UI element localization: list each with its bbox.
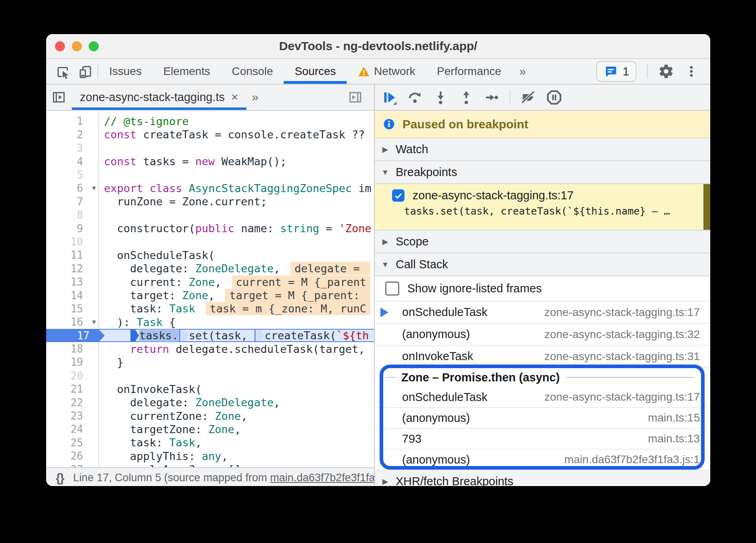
code-line-8[interactable] <box>99 208 374 221</box>
section-xhr-fetch-breakpoints[interactable]: ▶XHR/fetch Breakpoints <box>375 470 710 486</box>
collapse-triangle-icon[interactable]: ▼ <box>375 168 396 177</box>
frame-location[interactable]: zone-async-stack-tagging.ts:17 <box>544 391 710 403</box>
close-window-button[interactable] <box>55 41 65 51</box>
step-into-button-icon[interactable] <box>433 89 449 105</box>
minimize-window-button[interactable] <box>72 41 82 51</box>
gutter-line-8[interactable]: 8 <box>46 208 98 221</box>
code-line-14[interactable]: target: Zone,target = M {_parent: <box>99 289 374 302</box>
frame-location[interactable]: main.ts:15 <box>648 411 710 424</box>
code-line-7[interactable]: runZone = Zone.current; <box>99 195 374 208</box>
code-line-27[interactable]: applyArgs?: any[], <box>99 463 374 467</box>
fold-arrow-icon[interactable]: ▾ <box>92 317 96 326</box>
panel-tab-console[interactable]: Console <box>221 59 284 84</box>
gutter-line-4[interactable]: 4 <box>46 155 98 168</box>
section-breakpoints[interactable]: ▼Breakpoints <box>375 161 710 184</box>
code-line-26[interactable]: applyThis: any, <box>99 450 374 463</box>
frame-location[interactable]: zone-async-stack-tagging.ts:17 <box>544 306 710 319</box>
show-ignore-listed-frames-row[interactable]: Show ignore-listed frames <box>375 276 710 302</box>
frame-location[interactable]: main.da63f7b2fe3f1fa3.js:1 <box>564 453 710 466</box>
code-line-4[interactable]: const tasks = new WeakMap(); <box>99 155 374 168</box>
panel-tab-performance[interactable]: Performance <box>426 59 512 84</box>
gutter-line-5[interactable]: 5 <box>46 168 98 181</box>
code-line-15[interactable]: task: Tasktask = m {_zone: M, runC <box>99 302 374 315</box>
pretty-print-icon[interactable]: {} <box>56 471 63 485</box>
code-line-18[interactable]: return delegate.scheduleTask(target, <box>99 342 374 355</box>
gutter-line-9[interactable]: 9 <box>46 222 98 235</box>
deactivate-breakpoints-button-icon[interactable] <box>520 89 536 105</box>
editor-gutter[interactable]: 123456▾78910111213141516▾171819202122232… <box>46 111 99 467</box>
code-line-11[interactable]: onScheduleTask( <box>99 249 374 262</box>
code-line-17[interactable]: tasks.set(task, createTask(`${th <box>99 329 374 342</box>
zoom-window-button[interactable] <box>89 41 99 51</box>
gutter-line-6[interactable]: 6▾ <box>46 182 98 195</box>
gutter-line-20[interactable]: 20 <box>46 369 98 382</box>
panel-tab-sources[interactable]: Sources <box>284 59 347 84</box>
issues-counter-button[interactable]: 1 <box>596 61 636 82</box>
code-line-21[interactable]: onInvokeTask( <box>99 383 374 396</box>
frame-location[interactable]: zone-async-stack-tagging.ts:31 <box>544 350 710 363</box>
kebab-menu-icon[interactable] <box>685 65 698 78</box>
gutter-line-13[interactable]: 13 <box>46 275 98 288</box>
frame-location[interactable]: main.ts:13 <box>648 432 710 445</box>
ignore-listed-checkbox[interactable] <box>385 282 399 296</box>
code-line-3[interactable] <box>99 142 374 155</box>
device-toolbar-icon[interactable] <box>77 64 93 79</box>
toggle-navigator-sidebar-icon[interactable] <box>51 90 66 105</box>
code-line-20[interactable] <box>99 369 374 382</box>
collapse-triangle-icon[interactable]: ▼ <box>375 260 396 269</box>
gutter-line-11[interactable]: 11 <box>46 249 98 262</box>
breakpoint-checkbox[interactable] <box>392 189 404 202</box>
code-line-2[interactable]: const createTask = console.createTask ?? <box>99 128 374 141</box>
code-line-1[interactable]: // @ts-ignore <box>99 115 374 128</box>
gutter-line-12[interactable]: 12 <box>46 262 98 275</box>
gutter-line-23[interactable]: 23 <box>46 409 98 422</box>
gutter-line-10[interactable]: 10 <box>46 235 98 248</box>
gutter-line-14[interactable]: 14 <box>46 289 98 302</box>
gutter-line-3[interactable]: 3 <box>46 142 98 155</box>
file-tab-zone-async-stack-tagging[interactable]: zone-async-stack-tagging.ts × <box>72 85 246 110</box>
gutter-line-27[interactable]: 27 <box>46 463 98 467</box>
callstack-frame[interactable]: (anonymous)main.da63f7b2fe3f1fa3.js:1 <box>375 450 710 470</box>
more-panels-icon[interactable]: » <box>512 59 533 84</box>
step-target-marker[interactable] <box>179 330 189 341</box>
gutter-line-2[interactable]: 2 <box>46 128 98 141</box>
pause-on-exceptions-button-icon[interactable] <box>546 89 563 106</box>
code-line-10[interactable] <box>99 235 374 248</box>
section-watch[interactable]: ▶Watch <box>375 138 710 161</box>
step-button-icon[interactable] <box>484 89 500 105</box>
callstack-frame[interactable]: onScheduleTaskzone-async-stack-tagging.t… <box>375 387 710 408</box>
gutter-line-17[interactable]: 17 <box>46 329 98 342</box>
panel-tab-network[interactable]: Network <box>347 59 426 84</box>
step-out-button-icon[interactable] <box>458 89 474 105</box>
section-scope[interactable]: ▶Scope <box>375 231 710 253</box>
step-over-button-icon[interactable] <box>407 89 423 105</box>
toggle-debugger-sidebar-icon[interactable] <box>348 90 363 105</box>
fold-arrow-icon[interactable]: ▾ <box>92 183 96 192</box>
expand-triangle-icon[interactable]: ▶ <box>375 237 396 246</box>
callstack-frame[interactable]: 793main.ts:13 <box>375 429 710 450</box>
close-tab-icon[interactable]: × <box>231 90 238 104</box>
panel-tab-issues[interactable]: Issues <box>98 59 152 84</box>
callstack-frame[interactable]: (anonymous)zone-async-stack-tagging.ts:3… <box>375 324 710 346</box>
code-line-12[interactable]: delegate: ZoneDelegate,delegate = <box>99 262 374 275</box>
gutter-line-15[interactable]: 15 <box>46 302 98 315</box>
expand-triangle-icon[interactable]: ▶ <box>375 477 396 486</box>
gutter-line-19[interactable]: 19 <box>46 356 98 369</box>
gutter-line-24[interactable]: 24 <box>46 423 98 436</box>
code-line-25[interactable]: task: Task, <box>99 436 374 449</box>
code-line-13[interactable]: current: Zone,current = M {_parent <box>99 275 374 288</box>
code-line-24[interactable]: targetZone: Zone, <box>99 423 374 436</box>
expand-triangle-icon[interactable]: ▶ <box>375 145 396 154</box>
callstack-frame[interactable]: onScheduleTaskzone-async-stack-tagging.t… <box>375 302 710 324</box>
gutter-line-21[interactable]: 21 <box>46 383 98 396</box>
panel-tab-elements[interactable]: Elements <box>152 59 221 84</box>
source-map-link[interactable]: main.da63f7b2fe3f1fa3.js) <box>270 472 374 484</box>
code-line-19[interactable]: } <box>99 356 374 369</box>
code-line-16[interactable]: ): Task { <box>99 316 374 329</box>
code-line-23[interactable]: currentZone: Zone, <box>99 409 374 422</box>
resume-script-button-icon[interactable] <box>381 89 397 105</box>
section-call-stack[interactable]: ▼Call Stack <box>375 253 710 276</box>
step-target-marker[interactable] <box>130 330 139 341</box>
more-tabs-icon[interactable]: » <box>252 90 259 104</box>
gutter-line-26[interactable]: 26 <box>46 450 98 463</box>
